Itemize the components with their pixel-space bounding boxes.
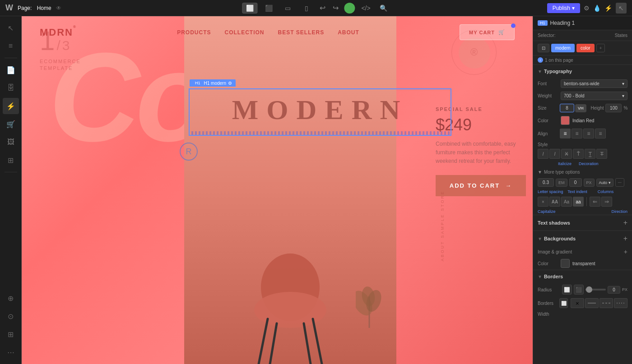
radius-unit: PX [622, 287, 627, 292]
radius-input[interactable] [608, 286, 620, 294]
preview-icon[interactable]: 👁 [56, 5, 61, 11]
status-button[interactable] [344, 3, 355, 14]
nav-link-about[interactable]: ABOUT [338, 29, 359, 36]
sidebar-icon-database[interactable]: 🗄 [3, 80, 19, 96]
decoration-label[interactable]: Decoration [579, 161, 599, 166]
text-shadows-section[interactable]: Text shadows + [533, 215, 632, 230]
border-no-style-btn[interactable]: × [571, 298, 584, 308]
bg-color-row: Color transparent [533, 257, 632, 270]
backgrounds-section-header[interactable]: ▼ Backgrounds + [533, 230, 632, 246]
strikethrough-btn[interactable]: X [561, 149, 572, 159]
border-all-sides-btn[interactable]: ⬜ [559, 298, 568, 308]
sidebar-icon-pages[interactable]: 📄 [3, 62, 19, 78]
align-justify-button[interactable]: ≡ [595, 129, 606, 138]
sidebar-icon-cart[interactable]: 🛒 [3, 116, 19, 132]
line-through-btn[interactable]: T̶ [596, 149, 607, 159]
redo-button[interactable]: ↪ [331, 3, 340, 13]
height-label: Height [591, 106, 604, 111]
radius-slider-thumb[interactable] [586, 286, 592, 293]
sidebar-icon-move[interactable]: ⊕ [3, 290, 19, 306]
italic-alt-btn[interactable]: I [549, 149, 560, 159]
font-select[interactable]: benton-sans-wide ▾ [561, 79, 627, 88]
border-dotted-btn[interactable] [614, 298, 627, 308]
cart-button[interactable]: MY CART 🛒 [460, 24, 515, 40]
capitalize-label[interactable]: Capitalize [538, 209, 556, 214]
chip-add-button[interactable]: + [596, 44, 605, 52]
droplet-icon[interactable]: 💧 [593, 5, 601, 12]
size-input[interactable] [560, 104, 574, 112]
radius-round-btn[interactable]: ⬛ [574, 285, 584, 295]
color-swatch[interactable] [561, 116, 570, 125]
direction-label[interactable]: Direction [611, 209, 627, 214]
border-solid-btn[interactable] [585, 298, 599, 308]
bg-color-swatch[interactable] [561, 259, 570, 268]
align-center-button[interactable]: ≡ [572, 129, 582, 138]
uppercase-btn[interactable]: AA [549, 197, 560, 207]
border-dashed-btn[interactable] [599, 298, 613, 308]
columns-select[interactable]: Auto ▾ [596, 179, 613, 187]
mobile-device-btn[interactable]: ▯ [299, 3, 314, 14]
letter-spacing-input[interactable] [538, 178, 554, 187]
align-right-button[interactable]: ≡ [583, 129, 594, 138]
settings-icon[interactable]: ⚙ [584, 5, 590, 12]
add-background-icon[interactable]: + [623, 235, 627, 243]
tablet-large-device-btn[interactable]: ⬛ [261, 3, 276, 14]
add-to-cart-button[interactable]: ADD TO CART → [436, 175, 526, 196]
chip-modern[interactable]: modern [551, 44, 575, 52]
nav-link-collection[interactable]: COLLECTION [224, 29, 264, 36]
text-indent-input[interactable] [569, 178, 582, 187]
selected-heading-border[interactable]: H1 H1 modern ⚙ MODERN [189, 88, 451, 136]
rtl-direction-btn[interactable]: ⇒ [601, 197, 612, 207]
sidebar-icon-components[interactable]: ⚡ [3, 98, 19, 114]
sidebar-icon-app[interactable]: ⊞ [3, 152, 19, 168]
sidebar-icon-more[interactable]: ⋯ [3, 344, 19, 360]
radius-slider[interactable] [586, 289, 606, 290]
bg-color-label: Color [538, 261, 558, 266]
sidebar-icon-layers[interactable]: ≡ [3, 38, 19, 54]
undo-button[interactable]: ↩ [318, 3, 327, 13]
more-type-options-row[interactable]: ▼ More type options [533, 168, 632, 176]
borders-section-header[interactable]: ▼ Borders [533, 270, 632, 283]
italic-style-btn[interactable]: I [538, 149, 548, 159]
nav-link-bestsellers[interactable]: BEST SELLERS [278, 29, 324, 36]
letter-spacing-unit[interactable]: EM [556, 179, 567, 187]
height-input[interactable] [605, 104, 622, 112]
gear-badge-icon[interactable]: ⚙ [228, 81, 232, 86]
add-shadow-icon[interactable]: + [623, 219, 627, 227]
sidebar-icon-zoom[interactable]: ⊙ [3, 308, 19, 324]
chip-screen[interactable]: ⊡ [538, 44, 549, 52]
titlecase-btn[interactable]: Aa [561, 197, 572, 207]
svg-line-3 [313, 319, 322, 364]
code-button[interactable]: </> [358, 4, 373, 13]
no-transform-btn[interactable]: × [538, 197, 548, 207]
publish-button[interactable]: Publish ▾ [547, 3, 580, 13]
desktop-device-btn[interactable]: ⬜ [242, 3, 257, 14]
vh-unit-btn[interactable]: VH [575, 104, 586, 112]
add-image-gradient-icon[interactable]: + [624, 248, 627, 255]
sidebar-icon-media[interactable]: 🖼 [3, 134, 19, 150]
chip-color[interactable]: color [576, 44, 595, 52]
underline-btn[interactable]: T̲ [585, 149, 595, 159]
lowercase-btn[interactable]: aa [573, 197, 584, 207]
cursor-tool-btn[interactable]: ↖ [616, 3, 627, 14]
sidebar-icon-pointer[interactable]: ↖ [3, 20, 19, 36]
website-preview: MDRN® PRODUCTS COLLECTION BEST SELLERS A… [22, 16, 533, 364]
lightning-icon[interactable]: ⚡ [604, 5, 612, 12]
image-gradient-row: Image & gradient + [533, 246, 632, 257]
states-label[interactable]: States [615, 33, 627, 38]
typography-section-header[interactable]: ▼ Typography [533, 65, 632, 78]
ltr-direction-btn[interactable]: ⇐ [590, 197, 600, 207]
radius-square-btn[interactable]: ⬜ [562, 285, 572, 295]
sidebar-icon-grid[interactable]: ⊞ [3, 326, 19, 342]
nav-link-products[interactable]: PRODUCTS [177, 29, 211, 36]
case-divider [586, 197, 587, 206]
italicize-label[interactable]: Italicize [558, 161, 572, 166]
selector-chips-row: ⊡ modern color + [533, 41, 632, 55]
align-left-button[interactable]: ≡ [560, 129, 571, 138]
text-indent-unit[interactable]: PX [584, 179, 595, 187]
overline-btn[interactable]: T̄ [573, 149, 584, 159]
more-options-btn[interactable]: ··· [615, 178, 624, 187]
laptop-device-btn[interactable]: ▭ [280, 3, 295, 14]
seo-button[interactable]: 🔍 [377, 4, 390, 13]
weight-select[interactable]: 700 - Bold ▾ [561, 92, 627, 100]
